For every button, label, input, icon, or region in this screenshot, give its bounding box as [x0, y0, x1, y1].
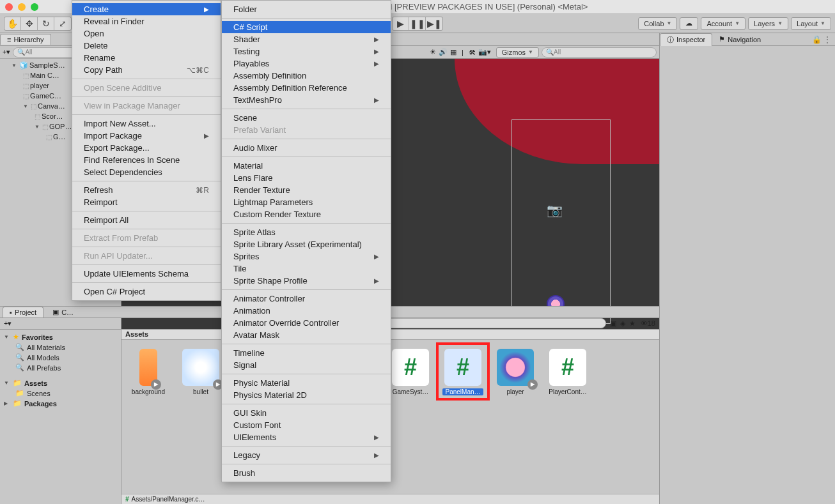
close-window-icon[interactable]: [5, 3, 13, 11]
menu-item[interactable]: Delete: [72, 40, 221, 52]
menu-item[interactable]: Copy Path⌥⌘C: [72, 64, 221, 76]
menu-item[interactable]: Animator Controller: [222, 293, 391, 305]
menu-item[interactable]: Scene: [222, 112, 391, 124]
hierarchy-tab[interactable]: ≡ Hierarchy: [0, 34, 51, 45]
menu-item[interactable]: Avatar Mask: [222, 329, 391, 341]
project-tab[interactable]: ▪ Project: [3, 307, 43, 317]
menu-item[interactable]: Reveal in Finder: [72, 15, 221, 27]
scale-tool-icon[interactable]: ⤢: [54, 17, 71, 30]
add-icon[interactable]: +▾: [4, 319, 12, 328]
scene-tool-icon[interactable]: 🔊: [439, 48, 448, 56]
menu-item[interactable]: Export Package...: [72, 142, 221, 154]
menu-item[interactable]: Update UIElements Schema: [72, 268, 221, 280]
menu-item[interactable]: Sprite Shape Profile▶: [222, 275, 391, 287]
hidden-toggle[interactable]: 👁18: [641, 319, 655, 327]
menu-item[interactable]: Testing▶: [222, 45, 391, 57]
menu-item[interactable]: Animation: [222, 305, 391, 317]
menu-item[interactable]: Import Package▶: [72, 130, 221, 142]
favorites-header[interactable]: ▼★Favorites: [4, 332, 117, 342]
menu-item[interactable]: Legacy▶: [222, 449, 391, 461]
asset-item[interactable]: ▶background: [128, 349, 169, 395]
menu-item[interactable]: Rename: [72, 52, 221, 64]
pause-icon[interactable]: ❚❚: [409, 17, 426, 30]
navigation-tab[interactable]: ⚑ Navigation: [712, 34, 767, 45]
favorite-item[interactable]: 🔍 All Prefabs: [4, 363, 117, 373]
menu-item[interactable]: Select Dependencies: [72, 166, 221, 178]
asset-item[interactable]: #PlayerCont…: [547, 349, 588, 395]
console-tab[interactable]: ▣ C…: [46, 307, 80, 317]
asset-item[interactable]: ▶bullet: [180, 349, 221, 395]
scene-tool-icon[interactable]: ☀: [430, 48, 436, 56]
menu-item[interactable]: Lens Flare: [222, 172, 391, 184]
menu-item[interactable]: Sprite Library Asset (Experimental): [222, 238, 391, 250]
assets-folder[interactable]: ▼📁 Assets: [4, 378, 117, 388]
menu-item[interactable]: Sprites▶: [222, 250, 391, 263]
inspector-tab[interactable]: ⓘ Inspector: [660, 33, 712, 46]
menu-item[interactable]: Animator Override Controller: [222, 317, 391, 329]
menu-item: Prefab Variant: [222, 124, 391, 136]
menu-item[interactable]: Audio Mixer: [222, 142, 391, 154]
packages-folder[interactable]: ▶📁 Packages: [4, 399, 117, 409]
cloud-button[interactable]: ☁: [680, 17, 698, 30]
menu-item[interactable]: Brush: [222, 467, 391, 479]
menu-item[interactable]: Custom Font: [222, 419, 391, 431]
menu-item[interactable]: Reimport All: [72, 214, 221, 226]
collab-dropdown[interactable]: Collab▼: [638, 17, 677, 30]
menu-item[interactable]: C# Script: [222, 21, 391, 33]
menu-item[interactable]: Open C# Project: [72, 286, 221, 298]
favorite-item[interactable]: 🔍 All Models: [4, 353, 117, 363]
menu-item[interactable]: Playables▶: [222, 57, 391, 70]
menu-item[interactable]: Signal: [222, 359, 391, 371]
add-icon[interactable]: +▾: [3, 48, 10, 56]
step-icon[interactable]: ▶❚: [426, 17, 442, 30]
scene-search-input[interactable]: 🔍 All: [542, 47, 657, 57]
menu-item[interactable]: UIElements▶: [222, 431, 391, 443]
menu-item[interactable]: TextMeshPro▶: [222, 94, 391, 106]
menu-item[interactable]: Timeline: [222, 347, 391, 359]
menu-item[interactable]: Folder: [222, 3, 391, 15]
scene-tool-icon[interactable]: 🛠: [469, 49, 476, 56]
lock-icon[interactable]: 🔒 ⋮: [808, 35, 835, 44]
rotate-tool-icon[interactable]: ↻: [38, 17, 54, 30]
camera-gizmo-icon[interactable]: 📷: [547, 202, 563, 218]
menu-item[interactable]: Physic Material: [222, 377, 391, 389]
menu-item[interactable]: Create▶: [72, 3, 221, 15]
menu-item[interactable]: Sprite Atlas: [222, 226, 391, 238]
hand-tool-icon[interactable]: ✋: [4, 17, 21, 30]
minimize-window-icon[interactable]: [18, 3, 26, 11]
menu-item[interactable]: Custom Render Texture: [222, 208, 391, 220]
layout-dropdown[interactable]: Layout▼: [791, 17, 831, 30]
menu-item[interactable]: Assembly Definition Reference: [222, 82, 391, 94]
menu-item[interactable]: Import New Asset...: [72, 118, 221, 130]
scene-tool-icon[interactable]: ▦: [450, 48, 457, 56]
menu-item[interactable]: Render Texture: [222, 184, 391, 196]
maximize-window-icon[interactable]: [31, 3, 38, 11]
account-dropdown[interactable]: Account▼: [701, 17, 745, 30]
menu-item[interactable]: GUI Skin: [222, 407, 391, 419]
menu-item[interactable]: Shader▶: [222, 33, 391, 45]
asset-item[interactable]: #GameSyst…: [390, 349, 431, 395]
move-tool-icon[interactable]: ✥: [21, 17, 38, 30]
project-search-input[interactable]: 🔍: [363, 318, 606, 328]
filter-icon[interactable]: ◈: [620, 319, 625, 328]
scene-tool-icon[interactable]: 📷▾: [478, 48, 491, 56]
menu-item[interactable]: Physics Material 2D: [222, 389, 391, 401]
asset-item[interactable]: #PanelMan…: [442, 349, 483, 395]
gizmos-dropdown[interactable]: Gizmos▼: [496, 47, 539, 57]
favorite-item[interactable]: 🔍 All Materials: [4, 342, 117, 353]
layers-dropdown[interactable]: Layers▼: [748, 17, 788, 30]
favorite-icon[interactable]: ★: [629, 319, 636, 328]
menu-item[interactable]: Assembly Definition: [222, 70, 391, 82]
scenes-folder[interactable]: 📁 Scenes: [4, 388, 117, 399]
menu-item[interactable]: Refresh⌘R: [72, 184, 221, 196]
menu-item[interactable]: Material: [222, 160, 391, 172]
menu-item[interactable]: Tile: [222, 263, 391, 275]
menu-item[interactable]: Lightmap Parameters: [222, 196, 391, 208]
menu-item[interactable]: Reimport: [72, 196, 221, 208]
play-icon[interactable]: ▶: [393, 17, 409, 30]
menu-item[interactable]: Open: [72, 27, 221, 40]
asset-item[interactable]: ▶player: [495, 349, 536, 395]
project-footer-path: #Assets/PanelManager.c…: [121, 494, 659, 504]
filter-icon[interactable]: ▣: [610, 319, 616, 328]
menu-item[interactable]: Find References In Scene: [72, 154, 221, 166]
